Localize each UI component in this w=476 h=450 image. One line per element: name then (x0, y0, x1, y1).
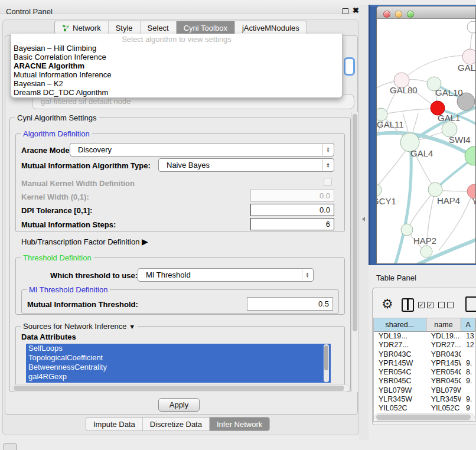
mi-threshold-label: Mutual Information Threshold: (27, 300, 138, 309)
node-table: shared... name A YDL19...YDL19...13 YDR2… (373, 318, 476, 422)
algorithm-option[interactable]: Mutual Information Inference (11, 70, 342, 79)
screen: Control Panel ✖ Network Style Select Cyn… (0, 0, 476, 450)
kernel-width-label: Kernel Width (0,1): (21, 193, 89, 201)
algorithm-option-selected[interactable]: ARACNE Algorithm (11, 61, 342, 70)
tab-infer-network[interactable]: Infer Network (209, 418, 269, 431)
deselect-checkbox-icon[interactable] (438, 302, 445, 308)
network-graph: GAL GAL80 GAL10 GAL1 SWI4 GAL11 GAL4 GCY… (377, 19, 476, 264)
network-node[interactable] (467, 21, 476, 33)
mi-steps-input[interactable]: 6 (250, 218, 334, 230)
table-horizontal-scrollbar[interactable] (374, 413, 475, 421)
node-label: GAL11 (377, 119, 404, 129)
table-row[interactable]: YBL079WYBL079W (374, 386, 475, 395)
table-row[interactable]: YDR27...YDR27...12 (374, 341, 475, 350)
stepper-icon[interactable]: ▲▼ (322, 144, 333, 155)
network-node[interactable] (401, 224, 413, 236)
algorithm-definition-title: Algorithm Definition (21, 129, 92, 138)
expand-right-icon[interactable]: ▶ (142, 237, 148, 246)
mi-steps-label: Mutual Information Steps: (21, 220, 116, 229)
network-window-titlebar[interactable] (377, 6, 475, 19)
export-table-icon[interactable] (465, 296, 476, 312)
attribute-item[interactable]: gal4RGexp (26, 372, 331, 381)
node-label: GAL80 (390, 85, 418, 95)
table-toolbar: ⚙ ✓ ✓ (378, 294, 476, 317)
column-header-name[interactable]: name (426, 318, 461, 332)
select-all-checkbox-icon[interactable]: ✓ (427, 302, 433, 308)
dropdown-placeholder: Select algorithm to view settings (11, 34, 342, 44)
bottom-left-panel-icon[interactable] (4, 444, 17, 450)
kernel-width-input[interactable]: 0.0 (250, 190, 334, 202)
minimize-traffic-light-icon[interactable] (395, 11, 402, 18)
network-node[interactable] (428, 182, 442, 197)
table-row[interactable]: YIL052CYIL052C9 (374, 404, 475, 413)
tab-impute-data[interactable]: Impute Data (86, 418, 142, 431)
tab-network[interactable]: Network (55, 21, 108, 34)
table-row[interactable]: YDL19...YDL19...13 (374, 332, 475, 341)
tab-discretize-data[interactable]: Discretize Data (142, 418, 209, 431)
network-node[interactable] (420, 246, 432, 257)
manual-kernel-checkbox[interactable] (324, 178, 332, 186)
network-node[interactable] (377, 184, 382, 197)
attributes-vertical-scrollbar[interactable] (324, 344, 329, 382)
panel-gap (359, 5, 369, 440)
stepper-icon[interactable]: ▲▼ (322, 159, 333, 171)
node-label: Y (472, 196, 476, 206)
settings-horizontal-scrollbar[interactable] (12, 384, 350, 392)
tab-jactivemnodules[interactable]: jActiveMNodules (234, 21, 307, 34)
sources-group-title: Sources for Network Inference ▼ (21, 322, 138, 331)
mi-algorithm-type-select[interactable]: Naive Bayes ▲▼ (158, 158, 334, 172)
control-panel-title: Control Panel (6, 7, 53, 16)
network-canvas[interactable]: GAL GAL80 GAL10 GAL1 SWI4 GAL11 GAL4 GCY… (377, 19, 476, 264)
algorithm-option[interactable]: Bayesian – Hill Climbing (11, 44, 342, 53)
hub-definition-toggle[interactable]: Hub/Transcription Factor Definition ▶ (21, 237, 148, 246)
threshold-definition-title: Threshold Definition (21, 253, 94, 262)
algorithm-option[interactable]: Bayesian – K2 (11, 79, 342, 88)
mi-threshold-group-title: MI Threshold Definition (27, 285, 110, 294)
collapse-down-icon[interactable]: ▼ (129, 323, 135, 330)
node-label: SWI4 (449, 135, 471, 145)
dpi-tolerance-input[interactable]: 0.0 (250, 204, 334, 216)
gear-icon[interactable]: ⚙ (382, 296, 393, 312)
attribute-item[interactable]: SelfLoops (26, 344, 331, 353)
mi-threshold-input[interactable]: 0.5 (247, 297, 333, 311)
table-header-row: shared... name A (374, 318, 475, 332)
tab-select[interactable]: Select (140, 21, 176, 34)
close-icon[interactable]: ✖ (353, 6, 359, 15)
which-threshold-select[interactable]: MI Threshold ▲▼ (138, 268, 314, 282)
aracne-mode-label: Aracne Mode: (21, 146, 72, 155)
columns-icon[interactable] (402, 298, 414, 312)
aracne-mode-select[interactable]: Discovery ▲▼ (70, 143, 334, 156)
table-row[interactable]: YPR145WYPR145W9. (374, 359, 475, 368)
algorithm-option[interactable]: Basic Correlation Inference (11, 53, 342, 61)
table-row[interactable]: YBR045CYBR045C9. (374, 377, 475, 386)
tab-cyni-toolbox[interactable]: Cyni Toolbox (176, 21, 234, 34)
algorithm-option[interactable]: Dream8 DC_TDC Algorithm (11, 88, 342, 97)
deselect-checkbox-icon[interactable] (447, 302, 454, 308)
column-header-shared-name[interactable]: shared... (374, 318, 426, 332)
attribute-item[interactable]: BetweennessCentrality (26, 363, 331, 372)
settings-group-title: Cyni Algorithm Settings (15, 113, 99, 122)
close-traffic-light-icon[interactable] (383, 11, 390, 18)
data-attributes-list: SelfLoops TopologicalCoefficient Between… (26, 344, 331, 383)
table-row[interactable]: YBR043CYBR043C (374, 350, 475, 359)
stepper-icon[interactable]: ▲▼ (302, 269, 312, 281)
network-icon (62, 24, 70, 32)
table-row[interactable]: YLR345WYLR345W9. (374, 395, 475, 404)
tab-style[interactable]: Style (108, 21, 140, 34)
column-header-partial[interactable]: A (461, 318, 475, 332)
control-panel-tabs: Network Style Select Cyni Toolbox jActiv… (54, 21, 307, 35)
select-all-checkbox-icon[interactable]: ✓ (418, 302, 425, 308)
node-label: GAL10 (435, 87, 463, 97)
attribute-item[interactable]: TopologicalCoefficient (26, 353, 331, 363)
tab-network-label: Network (73, 24, 101, 32)
settings-vertical-scrollbar[interactable] (351, 112, 358, 392)
table-row[interactable]: YER054CYER054C8. (374, 368, 475, 377)
panel-collapse-arrow-icon[interactable] (362, 217, 365, 221)
table-panel-title: Table Panel (376, 273, 416, 282)
network-window: GAL GAL80 GAL10 GAL1 SWI4 GAL11 GAL4 GCY… (376, 6, 476, 264)
float-window-icon[interactable] (343, 8, 348, 14)
apply-button[interactable]: Apply (158, 398, 200, 412)
mi-algorithm-type-label: Mutual Information Algorithm Type: (21, 161, 151, 170)
zoom-traffic-light-icon[interactable] (407, 11, 414, 18)
data-attributes-label: Data Attributes (21, 332, 76, 341)
